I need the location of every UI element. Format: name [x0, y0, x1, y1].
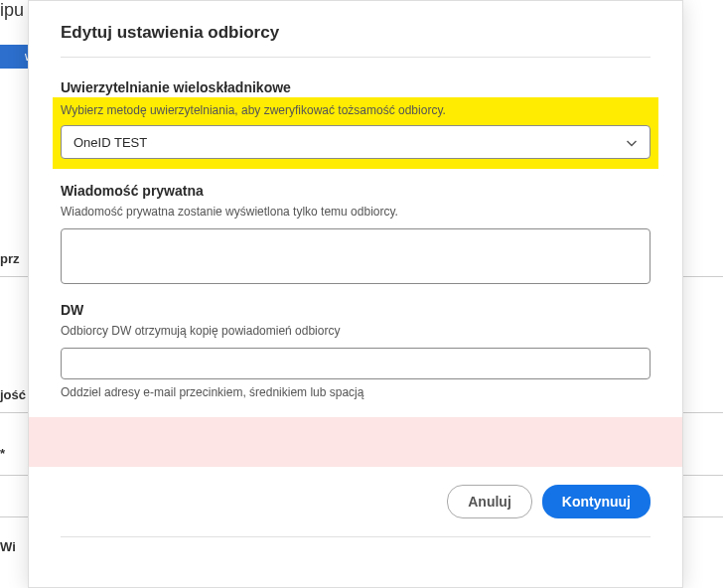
bg-label-josc: jość — [0, 387, 26, 402]
private-msg-textarea[interactable] — [61, 228, 651, 284]
pink-band — [29, 417, 682, 467]
cc-input[interactable] — [61, 348, 651, 379]
cc-heading: DW — [61, 302, 651, 318]
bg-label-prz: prz — [0, 251, 20, 266]
cc-help-text: Oddziel adresy e-mail przecinkiem, średn… — [61, 385, 651, 399]
bg-label-star: * — [0, 446, 5, 461]
mfa-method-select[interactable]: OneID TEST — [61, 125, 651, 159]
bg-label-wi: Wi — [0, 539, 16, 554]
mfa-description: Wybierz metodę uwierzytelniania, aby zwe… — [61, 103, 651, 117]
modal-title: Edytuj ustawienia odbiorcy — [61, 23, 651, 58]
bg-top-text: ipu — [0, 0, 24, 21]
cc-description: Odbiorcy DW otrzymują kopię powiadomień … — [61, 324, 651, 338]
button-row: Anuluj Kontynuuj — [61, 485, 651, 537]
mfa-highlight: Wybierz metodę uwierzytelniania, aby zwe… — [53, 97, 658, 169]
modal-dialog: Edytuj ustawienia odbiorcy Uwierzytelnia… — [28, 0, 683, 588]
continue-button[interactable]: Kontynuuj — [542, 485, 651, 518]
mfa-heading: Uwierzytelnianie wieloskładnikowe — [61, 79, 651, 95]
modal-content: Edytuj ustawienia odbiorcy Uwierzytelnia… — [29, 1, 682, 559]
cancel-button[interactable]: Anuluj — [447, 485, 532, 518]
private-msg-description: Wiadomość prywatna zostanie wyświetlona … — [61, 205, 651, 219]
chevron-down-icon — [626, 136, 638, 148]
mfa-method-value: OneID TEST — [73, 135, 626, 150]
private-msg-heading: Wiadomość prywatna — [61, 183, 651, 199]
